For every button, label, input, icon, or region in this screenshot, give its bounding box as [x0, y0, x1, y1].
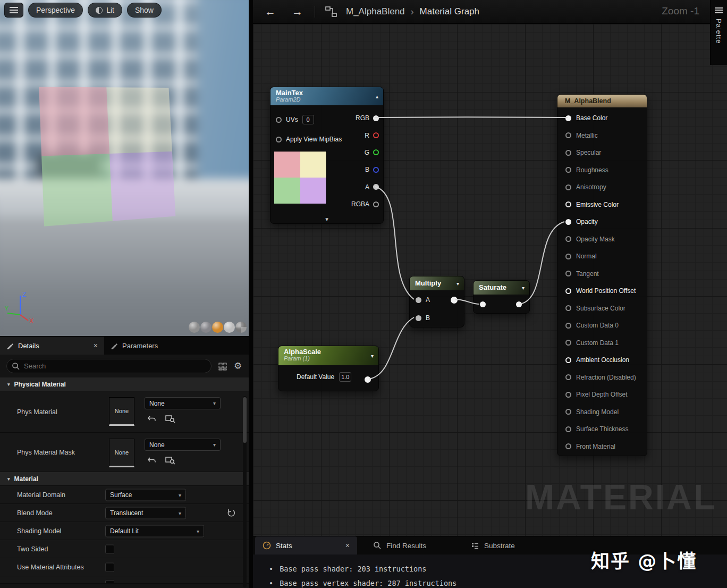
output-pin-row[interactable]: A [351, 179, 379, 196]
pin-icon[interactable] [565, 254, 571, 259]
collapse-icon[interactable]: ▴ [376, 94, 378, 99]
output-pin-row[interactable]: RGBA [351, 196, 379, 213]
chevron-down-icon[interactable]: ▾ [371, 353, 374, 359]
material-input-pin-row[interactable]: Surface Thickness [557, 421, 647, 438]
material-input-pin-row[interactable]: Custom Data 0 [557, 317, 647, 334]
input-pin-icon[interactable] [480, 301, 486, 307]
pin-icon[interactable] [565, 132, 571, 138]
material-input-pin-row[interactable]: Opacity [557, 213, 647, 231]
pin-icon[interactable] [565, 426, 571, 432]
forward-icon[interactable]: → [292, 5, 303, 18]
node-alphascale[interactable]: AlphaScale Param (1) ▾ Default Value 1.0 [278, 346, 379, 391]
tab-find-results[interactable]: Find Results [366, 536, 434, 555]
tab-substrate[interactable]: Substrate [463, 536, 522, 555]
phys-material-mask-dropdown[interactable]: None ▾ [145, 439, 221, 451]
material-input-pin-row[interactable]: Subsurface Color [557, 300, 647, 317]
material-input-pin-row[interactable]: World Position Offset [557, 282, 647, 300]
alphascale-header[interactable]: AlphaScale Param (1) ▾ [278, 346, 378, 365]
shading-model-dropdown[interactable]: Default Lit ▾ [105, 525, 204, 537]
output-pin-row[interactable]: B [351, 161, 379, 178]
pin-icon[interactable] [373, 115, 379, 121]
pin-icon[interactable] [565, 392, 571, 398]
output-pin-row[interactable]: G [351, 144, 379, 161]
pin-icon[interactable] [276, 117, 282, 123]
blend-mode-dropdown[interactable]: Translucent ▾ [105, 507, 186, 519]
output-pin-icon[interactable] [516, 301, 522, 307]
search-input[interactable] [7, 359, 211, 373]
material-input-pin-row[interactable]: Refraction (Disabled) [557, 369, 647, 387]
palette-tab-label[interactable]: Palette [715, 19, 723, 44]
tab-stats[interactable]: Stats × [255, 536, 357, 555]
viewmode-sphere[interactable] [235, 322, 247, 333]
output-pin-icon[interactable] [451, 297, 458, 304]
pin-icon[interactable] [416, 315, 421, 321]
material-input-pin-row[interactable]: Emissive Color [557, 196, 647, 214]
material-domain-dropdown[interactable]: Surface ▾ [105, 489, 186, 501]
view-options-icon[interactable] [218, 362, 227, 371]
pin-icon[interactable] [373, 132, 379, 138]
pin-icon[interactable] [565, 150, 571, 156]
mipbias-input-row[interactable]: Apply View MipBias [276, 132, 342, 147]
use-material-attributes-checkbox[interactable] [105, 562, 114, 572]
output-pin-row[interactable]: R [351, 127, 379, 144]
pin-icon[interactable] [565, 409, 571, 415]
material-input-pin-row[interactable]: Metallic [557, 127, 647, 145]
pin-icon[interactable] [416, 297, 421, 303]
checkbox[interactable] [105, 580, 114, 584]
pin-icon[interactable] [565, 219, 571, 225]
palette-sidebar-tab[interactable]: Palette [710, 0, 727, 65]
wire-rgb-to-basecolor[interactable] [375, 117, 568, 117]
node-saturate[interactable]: Saturate ▾ [473, 280, 530, 314]
pin-icon[interactable] [565, 115, 571, 121]
chevron-down-icon[interactable]: ▾ [522, 285, 525, 291]
pin-icon[interactable] [565, 340, 571, 346]
preview-mesh[interactable] [39, 87, 175, 226]
perspective-button[interactable]: Perspective [28, 3, 83, 18]
section-physical-material[interactable]: ▾ Physical Material [0, 377, 249, 391]
back-icon[interactable]: ← [265, 5, 276, 18]
pin-icon[interactable] [565, 357, 571, 363]
graph-canvas[interactable]: MATERIAL MainTex Param2D ▴ UVs 0 [253, 24, 727, 536]
uvs-input-row[interactable]: UVs 0 [276, 112, 314, 127]
node-maintex[interactable]: MainTex Param2D ▴ UVs 0 Apply View MipBi… [270, 87, 384, 224]
lit-button[interactable]: Lit [88, 3, 122, 18]
saturate-header[interactable]: Saturate ▾ [474, 281, 529, 295]
output-pin-row[interactable]: RGB [351, 110, 379, 127]
details-scrollbar[interactable] [243, 396, 247, 587]
output-pin-icon[interactable] [365, 376, 371, 383]
pin-icon[interactable] [373, 149, 379, 155]
pin-icon[interactable] [373, 167, 379, 173]
default-value-box[interactable]: 1.0 [339, 372, 351, 382]
material-input-pin-row[interactable]: Front Material [557, 438, 647, 456]
material-input-pin-row[interactable]: Custom Data 1 [557, 334, 647, 352]
viewmode-sphere[interactable] [189, 322, 200, 333]
pin-icon[interactable] [565, 236, 571, 242]
material-input-pin-row[interactable]: Base Color [557, 110, 647, 127]
material-input-pin-row[interactable]: Anisotropy [557, 179, 647, 196]
pin-icon[interactable] [565, 288, 571, 294]
material-input-pin-row[interactable]: Tangent [557, 265, 647, 283]
close-icon[interactable]: × [345, 541, 350, 550]
tab-details[interactable]: Details × [0, 337, 104, 355]
phys-material-mask-thumbnail[interactable]: None [109, 439, 134, 467]
pin-icon[interactable] [565, 305, 571, 311]
node-m-alphablend-result[interactable]: M_AlphaBlend Base Color Metallic [557, 94, 647, 456]
use-selected-asset-icon[interactable] [147, 455, 157, 465]
material-input-pin-row[interactable]: Roughness [557, 162, 647, 179]
maintex-header[interactable]: MainTex Param2D ▴ [270, 87, 383, 105]
preview-viewport[interactable]: Perspective Lit Show Z X Y [0, 0, 249, 336]
pin-icon[interactable] [373, 184, 379, 190]
pin-icon[interactable] [565, 271, 571, 276]
pin-icon[interactable] [565, 323, 571, 329]
input-pin-row[interactable]: B [410, 309, 464, 327]
material-input-pin-row[interactable]: Pixel Depth Offset [557, 386, 647, 404]
material-input-pin-row[interactable]: Specular [557, 144, 647, 162]
pin-icon[interactable] [565, 184, 571, 190]
scrollbar-thumb[interactable] [243, 397, 247, 443]
viewmode-sphere[interactable] [224, 322, 235, 333]
viewport-menu-button[interactable] [4, 3, 23, 18]
phys-material-thumbnail[interactable]: None [109, 397, 134, 426]
viewmode-sphere-active[interactable] [212, 322, 223, 333]
chevron-down-icon[interactable]: ▾ [457, 281, 459, 287]
expand-icon[interactable]: ▾ [325, 216, 328, 223]
